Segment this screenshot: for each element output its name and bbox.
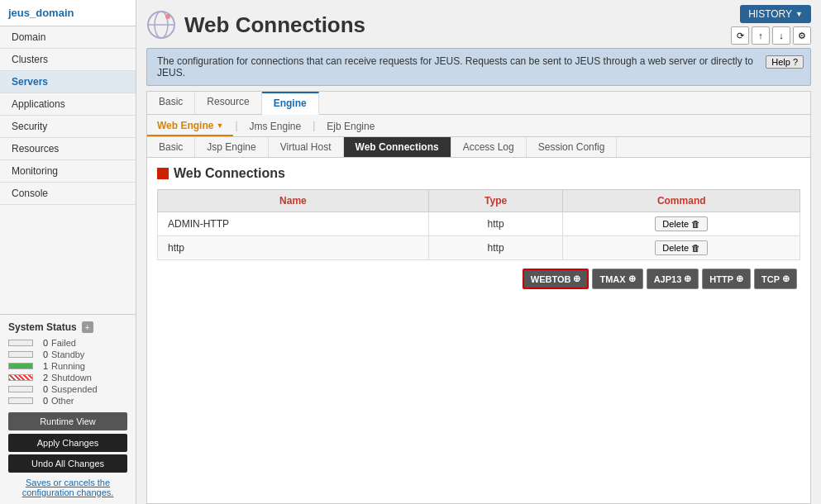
sidebar-item-resources[interactable]: Resources [0,138,136,160]
sidebar-item-domain[interactable]: Domain [0,26,136,49]
sub2tab-access-log[interactable]: Access Log [451,137,527,157]
sidebar-item-clusters[interactable]: Clusters [0,49,136,71]
add-tmax-icon: ⊕ [628,273,636,284]
system-status-title: System Status + [8,321,127,333]
subtab-jms-engine[interactable]: Jms Engine [240,116,312,136]
row-1-type: http [428,212,563,236]
col-name: Name [158,190,429,212]
info-banner-text: The configuration for connections that c… [157,55,753,78]
chevron-down-icon: ▼ [795,10,803,18]
row-1-name: ADMIN-HTTP [158,212,429,236]
status-row-other: 0 Other [8,396,127,406]
status-label-failed: Failed [51,338,76,348]
sidebar-item-servers[interactable]: Servers [0,71,136,93]
undo-all-changes-button[interactable]: Undo All Changes [8,454,127,473]
add-webtob-button[interactable]: WEBTOB ⊕ [523,269,589,289]
sub-tab-row: Web Engine ▼ | Jms Engine | Ejb Engine [147,115,810,137]
add-ajp13-button[interactable]: AJP13 ⊕ [647,269,699,289]
upload-icon-button[interactable]: ↑ [752,26,770,45]
status-count-standby: 0 [36,349,48,359]
subtab-separator-1: | [233,116,239,136]
sub2tab-session-config[interactable]: Session Config [527,137,618,157]
history-button[interactable]: HISTORY ▼ [740,5,811,23]
status-bar-standby [8,351,33,358]
refresh-icon-button[interactable]: ⟳ [731,26,749,45]
sidebar-nav: Domain Clusters Servers Applications Sec… [0,26,136,314]
add-tcp-icon: ⊕ [782,273,790,284]
subtab-ejb-engine[interactable]: Ejb Engine [317,116,384,136]
system-status-section: System Status + 0 Failed 0 Standby 1 Run… [0,314,136,504]
status-label-running: Running [51,361,85,371]
add-tmax-button[interactable]: TMAX ⊕ [592,269,642,289]
page-title-icon [146,10,176,40]
subtab-web-engine[interactable]: Web Engine ▼ [147,116,233,136]
delete-row-2-button[interactable]: Delete 🗑 [655,240,708,255]
status-row-failed: 0 Failed [8,338,127,348]
status-row-suspended: 0 Suspended [8,384,127,394]
status-bar-shutdown [8,374,33,381]
tab-basic[interactable]: Basic [147,92,195,114]
sub2tab-jsp-engine[interactable]: Jsp Engine [195,137,268,157]
status-label-standby: Standby [51,349,84,359]
sidebar: jeus_domain Domain Clusters Servers Appl… [0,0,136,504]
row-2-type: http [428,236,563,260]
sub2tab-web-connections[interactable]: Web Connections [344,137,451,157]
apply-changes-button[interactable]: Apply Changes [8,434,127,452]
add-tcp-button[interactable]: TCP ⊕ [754,269,797,289]
settings-icon-button[interactable]: ⚙ [793,26,811,45]
row-2-name: http [158,236,429,260]
row-1-command: Delete 🗑 [563,212,800,236]
topbar: Web Connections HISTORY ▼ ⟳ ↑ ↓ ⚙ [136,0,821,48]
status-label-suspended: Suspended [51,384,98,394]
status-row-standby: 0 Standby [8,349,127,359]
table-row: ADMIN-HTTP http Delete 🗑 [158,212,800,236]
status-bar-suspended [8,386,33,392]
status-row-shutdown: 2 Shutdown [8,373,127,383]
status-row-running: 1 Running [8,361,127,371]
delete-icon: 🗑 [691,243,700,253]
table-header-row: Name Type Command [158,190,800,212]
sub2tab-basic[interactable]: Basic [147,137,195,157]
status-label-shutdown: Shutdown [51,373,92,383]
sidebar-logo: jeus_domain [0,0,136,26]
topbar-icon-group: ⟳ ↑ ↓ ⚙ [731,26,811,45]
status-count-failed: 0 [36,338,48,348]
main-tab-row: Basic Resource Engine [147,92,810,115]
add-webtob-icon: ⊕ [573,273,580,284]
sidebar-item-security[interactable]: Security [0,116,136,138]
section-icon [157,168,169,179]
delete-row-1-button[interactable]: Delete 🗑 [655,216,708,231]
col-type: Type [428,190,563,212]
runtime-view-button[interactable]: Runtime View [8,412,127,430]
status-bar-failed [8,340,33,346]
sidebar-item-console[interactable]: Console [0,183,136,205]
svg-point-3 [165,14,170,19]
web-connections-table: Name Type Command ADMIN-HTTP http Delete… [157,189,800,260]
delete-icon: 🗑 [691,219,700,229]
status-count-suspended: 0 [36,384,48,394]
sub2-tab-row: Basic Jsp Engine Virtual Host Web Connec… [147,137,810,158]
sidebar-item-applications[interactable]: Applications [0,93,136,116]
add-buttons-row: WEBTOB ⊕ TMAX ⊕ AJP13 ⊕ HTTP ⊕ TCP ⊕ [157,269,800,289]
saves-link[interactable]: Saves or cancels the configuration chang… [8,478,127,497]
svg-rect-4 [157,168,169,179]
status-count-running: 1 [36,361,48,371]
content-area: Web Connections Name Type Command ADMIN-… [147,158,810,503]
page-title-text: Web Connections [184,12,365,38]
help-button[interactable]: Help ? [766,55,804,69]
status-bar-other [8,397,33,404]
red-square-icon [157,168,169,179]
tab-engine[interactable]: Engine [262,92,319,115]
add-http-button[interactable]: HTTP ⊕ [702,269,751,289]
domain-link[interactable]: jeus_domain [8,7,74,19]
tab-resource[interactable]: Resource [195,92,261,114]
system-status-expand-btn[interactable]: + [82,321,93,333]
col-command: Command [563,190,800,212]
info-banner: The configuration for connections that c… [146,48,811,86]
table-row: http http Delete 🗑 [158,236,800,260]
sidebar-item-monitoring[interactable]: Monitoring [0,160,136,183]
status-bar-running [8,363,33,369]
download-icon-button[interactable]: ↓ [772,26,790,45]
status-label-other: Other [51,396,74,406]
sub2tab-virtual-host[interactable]: Virtual Host [269,137,344,157]
